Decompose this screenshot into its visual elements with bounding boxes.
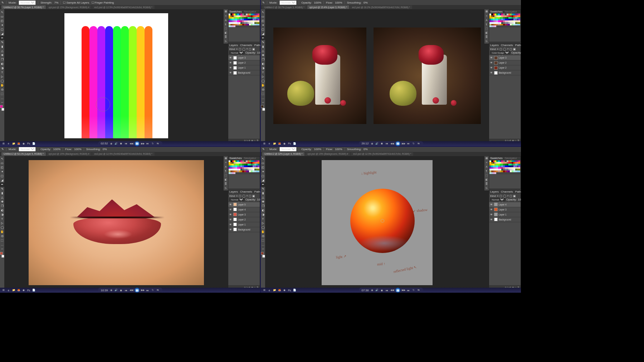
panel-icon[interactable]: A: [224, 165, 228, 169]
layer-thumbnail[interactable]: [494, 203, 498, 206]
layer-row[interactable]: 👁 Layer 1: [228, 65, 260, 70]
tool-icon[interactable]: ✎: [1, 1, 4, 4]
media-button[interactable]: 🔊: [375, 288, 379, 292]
taskbar-icon[interactable]: 📄: [31, 288, 36, 292]
tool[interactable]: T: [0, 217, 4, 221]
layer-row[interactable]: 👁 Layer 3: [228, 55, 260, 60]
layer-row[interactable]: 👁 Background: [228, 227, 260, 232]
blend-mode-select[interactable]: Normal: [490, 198, 505, 201]
tool[interactable]: ▷: [261, 74, 265, 79]
tool[interactable]: ⬚: [261, 238, 265, 243]
options-bar[interactable]: ✎ Mode:Normal Opacity:100%Flow:100%Smoot…: [0, 147, 260, 152]
layer-thumbnail[interactable]: [494, 66, 498, 70]
taskbar-icon[interactable]: 📄: [31, 142, 36, 146]
document-tabs[interactable]: Untitled-2 @ 30.7% (Layer 3, RGB/8) *opt…: [0, 5, 260, 9]
panel-icon[interactable]: A: [484, 165, 489, 169]
tool[interactable]: ◢: [261, 31, 265, 36]
media-button[interactable]: ◀◀: [130, 288, 133, 292]
layer-row[interactable]: 👁 Background: [228, 70, 260, 75]
layer-row[interactable]: 👁 Layer 2: [228, 60, 260, 65]
taskbar-icon[interactable]: 📁: [11, 142, 16, 146]
taskbar-icon[interactable]: 🦊: [277, 288, 282, 292]
panel-icon[interactable]: ⬚: [224, 173, 228, 178]
panel-icon[interactable]: ◧: [224, 31, 228, 35]
tool[interactable]: △: [0, 195, 4, 200]
layer-options[interactable]: Kind ≡ ▢ ◯ T ▢ ▣ Normal Opacity: 100% Lo…: [489, 194, 521, 202]
media-button[interactable]: ◀◀: [390, 142, 394, 145]
media-button[interactable]: ⏹: [380, 142, 384, 145]
media-button[interactable]: ⏭: [407, 142, 410, 145]
tool[interactable]: ✚: [261, 53, 265, 57]
visibility-icon[interactable]: 👁: [229, 203, 232, 206]
tool[interactable]: ▭: [261, 14, 265, 19]
document-tabs[interactable]: Untitled-2 @ 30.7% (Layer 3, RGB/8) *opt…: [261, 5, 521, 9]
tool[interactable]: T: [261, 70, 265, 74]
tool[interactable]: ↔: [0, 247, 4, 251]
tool[interactable]: ◑: [261, 66, 265, 70]
tool[interactable]: ▮: [261, 191, 265, 195]
options-bar[interactable]: ✎ Mode:Normal Strength:7%☐ Sample All La…: [0, 0, 260, 5]
tool[interactable]: ◐: [261, 61, 265, 66]
canvas-viewport[interactable]: [265, 9, 489, 143]
layer-row[interactable]: 👁 Layer 1: [489, 212, 521, 217]
visibility-icon[interactable]: 👁: [490, 71, 493, 74]
panel-icon[interactable]: ≡: [224, 160, 228, 165]
layer-thumbnail[interactable]: [233, 71, 237, 75]
canvas-artwork[interactable]: [29, 160, 204, 285]
swatch[interactable]: [518, 24, 520, 26]
tool[interactable]: ✚: [261, 200, 265, 204]
tool[interactable]: ◯: [0, 79, 4, 83]
tool[interactable]: ◎: [0, 234, 4, 238]
layer-row[interactable]: 👁 Layer 2: [489, 65, 521, 70]
layer-thumbnail[interactable]: [494, 218, 498, 221]
media-button[interactable]: ↻: [412, 142, 415, 145]
tool[interactable]: ↔: [261, 100, 265, 104]
tool[interactable]: ⬚: [261, 91, 265, 96]
tool[interactable]: △: [261, 49, 265, 53]
layer-row[interactable]: 👁 Background: [489, 70, 521, 75]
taskbar-icon[interactable]: ⊞: [1, 142, 6, 146]
document-tab[interactable]: ex2.psd @ 12.5% (5c99246a89f741b4d17c9d,…: [351, 152, 413, 156]
panel-icon[interactable]: ↻: [484, 39, 489, 44]
canvas-viewport[interactable]: ↓ highlight ↙ shadow light ↗ mid ↑ refle…: [265, 156, 489, 289]
visibility-icon[interactable]: 👁: [229, 223, 232, 226]
layers-tabs[interactable]: LayersChannelsPaths: [489, 190, 521, 194]
tool[interactable]: ◰: [261, 19, 265, 23]
media-button[interactable]: ◉: [370, 142, 374, 145]
tool[interactable]: ↖: [0, 10, 4, 14]
layers-tabs[interactable]: LayersChannelsPaths: [228, 190, 260, 194]
tool[interactable]: ▭: [0, 161, 4, 165]
panel-icon[interactable]: ¶: [224, 22, 228, 26]
swatches-tabs[interactable]: SwatchesNavigator: [489, 10, 521, 13]
mode-select[interactable]: Normal: [279, 0, 297, 5]
panel-icon[interactable]: ≣: [484, 182, 489, 186]
tool[interactable]: ◢: [0, 31, 4, 36]
play-button[interactable]: ▮▮: [135, 141, 140, 146]
taskbar-icon[interactable]: e: [267, 142, 272, 146]
layer-thumbnail[interactable]: [494, 56, 498, 60]
swatches-tabs[interactable]: SwatchesNavigator: [228, 10, 260, 13]
tool[interactable]: …: [261, 243, 265, 247]
layer-thumbnail[interactable]: [233, 223, 237, 226]
tool[interactable]: ▷: [261, 221, 265, 225]
media-button[interactable]: ⏮: [385, 142, 389, 145]
tool[interactable]: ▷: [0, 221, 4, 225]
media-button[interactable]: ⇆: [156, 142, 160, 145]
document-tab[interactable]: ex2.psd @ 12.5% (5c99246a89f741b4d19c9d,…: [92, 5, 155, 9]
tool[interactable]: …: [0, 243, 4, 247]
visibility-icon[interactable]: 👁: [229, 71, 232, 74]
layer-row[interactable]: 👁 Layer 3: [489, 55, 521, 60]
tool[interactable]: ✒: [0, 183, 4, 187]
tool[interactable]: T: [0, 70, 4, 74]
document-tab[interactable]: Untitled-2 @ 52.1% (Layer 5, RGB/8) *: [1, 152, 46, 156]
media-button[interactable]: ⏮: [125, 288, 128, 292]
layer-thumbnail[interactable]: [233, 56, 237, 60]
visibility-icon[interactable]: 👁: [490, 218, 493, 221]
media-button[interactable]: 🔊: [114, 142, 118, 145]
taskbar-icon[interactable]: 📁: [272, 288, 277, 292]
tool[interactable]: ✦: [261, 23, 265, 27]
media-button[interactable]: ⇆: [156, 288, 160, 292]
tool[interactable]: ◰: [261, 165, 265, 170]
media-player-controls[interactable]: 07:38 ◉🔊⏹⏮◀◀▮▮▶▶⏭↻⇆: [358, 288, 423, 293]
taskbar-icon[interactable]: ⊞: [262, 288, 267, 292]
